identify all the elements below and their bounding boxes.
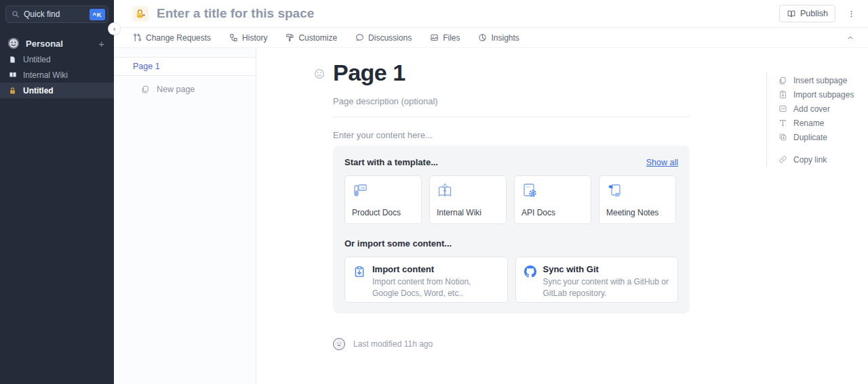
tab-files[interactable]: Files bbox=[430, 33, 460, 43]
more-options-icon[interactable] bbox=[846, 8, 857, 20]
chevron-left-icon: ‹ bbox=[113, 25, 116, 33]
new-page-button[interactable]: New page bbox=[114, 85, 256, 94]
svg-text:√x: √x bbox=[360, 186, 364, 190]
search-icon bbox=[12, 10, 20, 18]
page-description-input[interactable]: Page description (optional) bbox=[333, 96, 438, 106]
page-icon bbox=[8, 56, 17, 64]
book-open-icon bbox=[787, 9, 796, 18]
import-content-title: Import content bbox=[372, 264, 499, 274]
keyboard-shortcut-badge: ^K bbox=[90, 9, 105, 20]
tab-customize[interactable]: Customize bbox=[285, 33, 337, 43]
template-card-product-docs[interactable]: √x Product Docs bbox=[344, 175, 422, 224]
space-title-input[interactable]: Enter a title for this space bbox=[157, 6, 779, 21]
template-suggestions-box: Start with a template... Show all √x Pro… bbox=[333, 146, 690, 314]
title-divider bbox=[333, 116, 690, 117]
actions-divider bbox=[766, 72, 767, 167]
meeting-notes-icon bbox=[606, 182, 669, 198]
paint-roller-icon bbox=[285, 33, 294, 42]
duplicate-button[interactable]: Duplicate bbox=[778, 130, 859, 144]
pie-chart-icon bbox=[478, 33, 487, 42]
github-icon bbox=[524, 265, 536, 295]
image-icon bbox=[430, 33, 439, 42]
template-card-api-docs[interactable]: API Docs bbox=[514, 175, 591, 224]
workspace-name: Personal bbox=[26, 39, 97, 49]
sidebar-item-untitled-2[interactable]: Untitled bbox=[0, 83, 114, 98]
tab-change-requests[interactable]: Change Requests bbox=[133, 33, 211, 43]
rename-button[interactable]: Rename bbox=[778, 116, 859, 130]
duplicate-icon bbox=[778, 133, 787, 142]
book-icon bbox=[8, 71, 17, 79]
versions-icon bbox=[229, 33, 238, 42]
pull-request-icon bbox=[133, 33, 142, 42]
add-cover-icon bbox=[778, 104, 787, 113]
collapse-tabs-chevron-up-icon[interactable] bbox=[846, 34, 854, 42]
sync-with-git-card[interactable]: Sync with Git Sync your content with a G… bbox=[515, 257, 679, 303]
import-section-title: Or import some content... bbox=[344, 238, 678, 249]
template-card-meeting-notes[interactable]: Meeting Notes bbox=[599, 175, 676, 224]
workspace-sidebar: Quick find ^K Personal + Untitled Intern… bbox=[0, 0, 114, 384]
page-title[interactable]: Page 1 bbox=[333, 60, 406, 86]
quick-find-search[interactable]: Quick find ^K bbox=[5, 5, 108, 23]
sync-with-git-description: Sync your content with a GitHub or GitLa… bbox=[543, 276, 670, 300]
tree-item-page-1[interactable]: Page 1 bbox=[114, 57, 256, 76]
user-avatar[interactable] bbox=[333, 338, 345, 350]
import-content-card[interactable]: Import content Import content from Notio… bbox=[344, 257, 508, 303]
last-modified-text: Last modified 11h ago bbox=[353, 339, 433, 349]
add-space-button[interactable]: + bbox=[97, 38, 106, 49]
product-docs-icon: √x bbox=[352, 182, 414, 198]
import-subpages-icon bbox=[778, 90, 787, 99]
search-placeholder: Quick find bbox=[24, 9, 90, 19]
space-tabbar: Change Requests History Customize Discus… bbox=[114, 28, 868, 48]
template-card-internal-wiki[interactable]: Internal Wiki bbox=[429, 175, 507, 224]
copy-link-button[interactable]: Copy link bbox=[778, 152, 859, 167]
sidebar-item-untitled-1[interactable]: Untitled bbox=[0, 51, 114, 67]
page-actions-panel: Insert subpage Import subpages Add cover… bbox=[778, 73, 859, 167]
pages-icon bbox=[140, 85, 150, 94]
workspace-avatar bbox=[8, 38, 19, 49]
internal-wiki-icon bbox=[437, 182, 499, 198]
sidebar-collapse-button[interactable]: ‹ bbox=[108, 23, 120, 35]
template-section-title: Start with a template... bbox=[344, 157, 438, 167]
lock-icon bbox=[8, 87, 17, 95]
tab-insights[interactable]: Insights bbox=[478, 33, 519, 43]
copy-link-icon bbox=[778, 155, 787, 164]
import-content-description: Import content from Notion, Google Docs,… bbox=[372, 276, 499, 300]
import-subpages-button[interactable]: Import subpages bbox=[778, 87, 859, 102]
import-clipboard-icon bbox=[353, 265, 366, 295]
content-editor-placeholder[interactable]: Enter your content here... bbox=[333, 130, 433, 140]
insert-subpage-button[interactable]: Insert subpage bbox=[778, 73, 859, 87]
sidebar-item-internal-wiki[interactable]: Internal Wiki bbox=[0, 67, 114, 83]
app-window: Quick find ^K Personal + Untitled Intern… bbox=[0, 0, 868, 384]
publish-button[interactable]: Publish bbox=[779, 5, 835, 22]
workspace-row[interactable]: Personal + bbox=[0, 35, 114, 51]
rename-icon bbox=[778, 119, 787, 127]
insert-subpage-icon bbox=[778, 76, 787, 85]
page-editor: Page 1 Page description (optional) Enter… bbox=[256, 48, 868, 384]
space-lock-emoji-icon[interactable] bbox=[133, 6, 149, 22]
page-emoji-smiley-icon[interactable] bbox=[314, 68, 325, 79]
api-docs-icon bbox=[521, 182, 584, 198]
tab-discussions[interactable]: Discussions bbox=[355, 33, 412, 43]
show-all-link[interactable]: Show all bbox=[646, 158, 678, 167]
speech-bubble-icon bbox=[355, 33, 364, 42]
page-footer: Last modified 11h ago bbox=[333, 338, 433, 350]
add-cover-button[interactable]: Add cover bbox=[778, 102, 859, 116]
sync-with-git-title: Sync with Git bbox=[543, 264, 670, 274]
tab-history[interactable]: History bbox=[229, 33, 267, 43]
space-header: Enter a title for this space Publish bbox=[114, 0, 868, 28]
page-tree-panel: Page 1 New page bbox=[114, 48, 256, 384]
